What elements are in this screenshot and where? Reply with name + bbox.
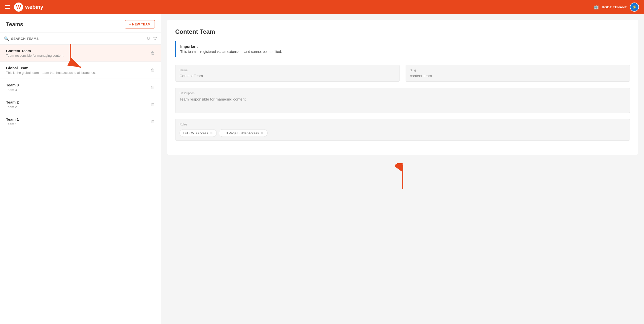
description-field: Description Team responsible for managin… [175,88,630,113]
filter-icon-button[interactable]: ▽ [153,36,157,41]
team-info: Team 1 Team 1 [6,117,151,126]
delete-team-button[interactable]: 🗑 [151,119,155,124]
description-label: Description [180,91,626,95]
team-item[interactable]: Global Team This is the global team - te… [0,62,161,79]
delete-team-button[interactable]: 🗑 [151,102,155,107]
description-value: Team responsible for managing content [180,97,626,101]
name-field-box: Name Content Team [175,65,400,82]
sidebar-title: Teams [6,21,23,28]
role-tag-pagebuilder-label: Full Page Builder Access [223,131,259,135]
role-tag-cms-remove[interactable]: ✕ [210,131,213,135]
slug-value: content-team [410,74,432,78]
team-info: Team 3 Team 3 [6,83,151,92]
logo-circle: W [14,3,23,12]
slug-field-box: Slug content-team [406,65,630,82]
role-tag-cms: Full CMS Access ✕ [180,129,217,137]
delete-team-button[interactable]: 🗑 [151,51,155,55]
name-label: Name [180,69,395,72]
header-left: W webiny [5,3,43,12]
logo-container: W webiny [14,3,43,12]
team-description: Team 2 [6,105,151,109]
detail-panel: Content Team Important This team is regi… [161,14,644,324]
team-item[interactable]: Team 1 Team 1 🗑 [0,113,161,130]
team-name: Content Team [6,49,151,53]
team-description: Team 1 [6,122,151,126]
important-text: This team is registered via an extension… [180,50,626,54]
webiny-logo-w: W [16,4,21,10]
arrow-up-annotation [395,163,410,191]
role-tag-cms-label: Full CMS Access [183,131,208,135]
team-info: Content Team Team responsible for managi… [6,49,151,57]
search-input[interactable] [11,37,145,41]
new-team-button[interactable]: + NEW TEAM [125,20,155,28]
sidebar-header: Teams + NEW TEAM [0,14,161,33]
slug-label: Slug [410,69,626,72]
team-item[interactable]: Team 3 Team 3 🗑 [0,79,161,96]
team-info: Team 2 Team 2 [6,100,151,109]
building-icon: 🏢 [594,5,599,10]
delete-team-button[interactable]: 🗑 [151,85,155,90]
important-title: Important [180,44,626,49]
team-name: Team 3 [6,83,151,87]
team-list: Content Team Team responsible for managi… [0,45,161,324]
role-tag-pagebuilder: Full Page Builder Access ✕ [219,129,268,137]
team-detail-card: Content Team Important This team is regi… [167,20,638,155]
user-avatar[interactable]: ⚡ [630,3,639,12]
refresh-icon-button[interactable]: ↻ [147,36,150,41]
name-field: Name Content Team [175,65,400,82]
team-description: Team 3 [6,88,151,92]
important-notice: Important This team is registered via an… [175,41,630,57]
search-actions: ↻ ▽ [147,36,157,41]
detail-title: Content Team [175,28,630,35]
search-bar: 🔍 ↻ ▽ [0,33,161,45]
team-name: Global Team [6,66,151,70]
logo-text: webiny [25,4,43,10]
name-slug-row: Name Content Team Slug content-team [175,65,630,82]
name-value: Content Team [180,74,203,78]
header-right: 🏢 ROOT TENANT ⚡ [594,3,639,12]
team-name: Team 1 [6,117,151,121]
role-tag-pagebuilder-remove[interactable]: ✕ [261,131,264,135]
team-name: Team 2 [6,100,151,104]
roles-label: Roles [180,123,626,126]
search-icon: 🔍 [4,36,9,41]
roles-section: Roles Full CMS Access ✕ Full Page Builde… [175,119,630,141]
team-item[interactable]: Team 2 Team 2 🗑 [0,96,161,113]
tenant-label: ROOT TENANT [602,5,627,9]
team-info: Global Team This is the global team - te… [6,66,151,75]
slug-field: Slug content-team [406,65,630,82]
team-item[interactable]: Content Team Team responsible for managi… [0,45,161,62]
team-description: This is the global team - team that has … [6,71,151,75]
delete-team-button[interactable]: 🗑 [151,68,155,73]
team-description: Team responsible for managing content [6,54,151,57]
roles-tags: Full CMS Access ✕ Full Page Builder Acce… [180,129,626,137]
hamburger-menu-icon[interactable] [5,5,10,9]
app-header: W webiny 🏢 ROOT TENANT ⚡ [0,0,644,14]
sidebar: Teams + NEW TEAM 🔍 ↻ ▽ [0,14,161,324]
main-layout: Teams + NEW TEAM 🔍 ↻ ▽ [0,14,644,324]
